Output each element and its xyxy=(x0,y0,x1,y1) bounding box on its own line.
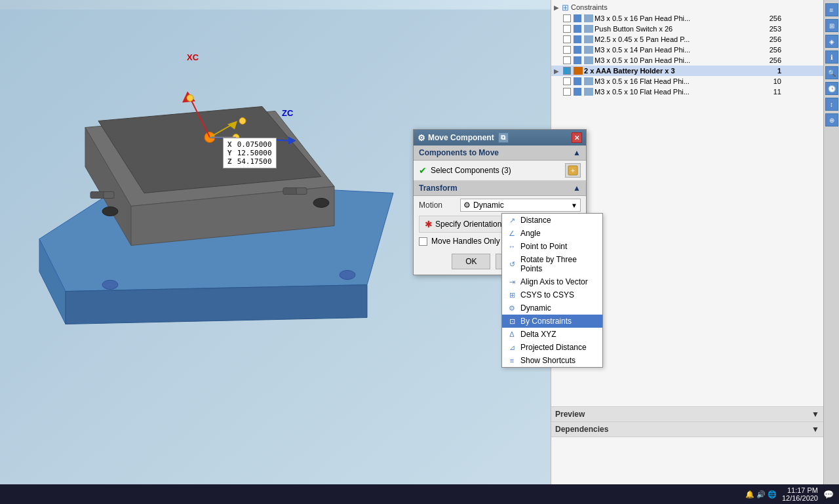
sidebar-icon-5[interactable]: 🔍 xyxy=(825,66,838,79)
preview-header[interactable]: Preview ▼ xyxy=(551,407,823,422)
dropdown-rotate-three[interactable]: ↺ Rotate by Three Points xyxy=(502,253,602,275)
asterisk-icon: ✱ xyxy=(425,219,433,229)
dropdown-by-constraints[interactable]: ⊡ By Constraints xyxy=(502,315,602,328)
dropdown-align-axis[interactable]: ⇥ Align Axis to Vector xyxy=(502,275,602,288)
motion-dropdown[interactable]: ⚙ Dynamic ▼ xyxy=(460,199,581,212)
restore-button[interactable]: ⧉ xyxy=(498,132,509,143)
motion-value: Dynamic xyxy=(473,201,504,210)
tree-item-flat16[interactable]: M3 x 0.5 x 16 Flat Head Phi... 10 xyxy=(551,76,823,87)
select-components-text: Select Components (3) xyxy=(431,166,511,175)
dialog-titlebar: ⚙ Move Component ⧉ ✕ xyxy=(414,130,586,145)
svg-rect-12 xyxy=(90,192,105,199)
tree-item-m3-14[interactable]: M3 x 0.5 x 14 Pan Head Phi... 256 xyxy=(551,45,823,55)
transform-header[interactable]: Transform ▲ xyxy=(414,181,586,196)
dropdown-csys[interactable]: ⊞ CSYS to CSYS xyxy=(502,288,602,301)
svg-rect-15 xyxy=(296,188,307,195)
move-handles-checkbox[interactable] xyxy=(419,237,427,246)
coord-readout: X 0.075000 Y 12.50000 Z 54.17500 xyxy=(223,138,277,168)
dropdown-dynamic[interactable]: ⚙ Dynamic xyxy=(502,301,602,315)
dropdown-arrow: ▼ xyxy=(571,202,577,209)
constraints-icon: ⊡ xyxy=(507,317,517,326)
dropdown-point-to-point[interactable]: ↔ Point to Point xyxy=(502,240,602,253)
components-label: Components to Move xyxy=(419,148,499,157)
svg-text:+: + xyxy=(571,166,575,174)
sidebar-icon-2[interactable]: ⊞ xyxy=(825,19,838,32)
dropdown-distance[interactable]: ↗ Distance xyxy=(502,214,602,227)
svg-point-9 xyxy=(313,199,329,208)
components-section-header[interactable]: Components to Move ▲ xyxy=(414,145,586,161)
angle-icon: ∠ xyxy=(507,229,517,238)
motion-row: Motion ⚙ Dynamic ▼ xyxy=(414,196,586,214)
check-icon: ✔ xyxy=(419,165,427,176)
dropdown-delta-xyz[interactable]: Δ Delta XYZ xyxy=(502,328,602,341)
tree-item-constraints[interactable]: ▶ ⊞ Constraints xyxy=(551,1,823,13)
move-handles-label: Move Handles Only xyxy=(431,237,500,246)
tree-item-flat10[interactable]: M3 x 0.5 x 10 Flat Head Phi... 11 xyxy=(551,87,823,97)
svg-point-24 xyxy=(239,118,246,125)
dropdown-projected[interactable]: ⊿ Projected Distance xyxy=(502,341,602,354)
ok-button[interactable]: OK xyxy=(452,254,490,269)
tree-item-m25[interactable]: M2.5 x 0.45 x 5 Pan Head P... 256 xyxy=(551,34,823,45)
right-sidebar: ≡ ⊞ ◈ ℹ 🔍 🕒 ↕ ⊕ xyxy=(823,0,839,504)
sidebar-icon-8[interactable]: ⊕ xyxy=(825,113,838,126)
point-to-point-icon: ↔ xyxy=(507,242,517,251)
tree-item-m3-16[interactable]: M3 x 0.5 x 16 Pan Head Phi... 256 xyxy=(551,13,823,24)
select-components-row: ✔ Select Components (3) + xyxy=(414,161,586,180)
dependencies-section[interactable]: Dependencies ▼ xyxy=(551,422,823,437)
projected-icon: ⊿ xyxy=(507,343,517,352)
sidebar-icon-6[interactable]: 🕒 xyxy=(825,82,838,95)
tree-item-pushbutton[interactable]: Push Button Switch x 26 253 xyxy=(551,24,823,34)
svg-marker-3 xyxy=(66,285,367,324)
taskbar-time: 11:17 PM 12/16/2020 xyxy=(782,486,818,502)
align-axis-icon: ⇥ xyxy=(507,277,517,286)
close-button[interactable]: ✕ xyxy=(572,132,582,143)
dropdown-shortcuts[interactable]: ≡ Show Shortcuts xyxy=(502,354,602,367)
taskbar-icons: 🔔 🔊 🌐 xyxy=(745,490,777,499)
svg-point-8 xyxy=(102,207,118,216)
distance-icon: ↗ xyxy=(507,216,517,225)
transform-label: Transform xyxy=(419,184,458,193)
rotate-three-icon: ↺ xyxy=(507,260,517,269)
shortcuts-icon: ≡ xyxy=(507,356,517,365)
taskbar-comment-icon[interactable]: 💬 xyxy=(823,490,834,499)
sidebar-icon-4[interactable]: ℹ xyxy=(825,50,838,64)
svg-point-23 xyxy=(187,95,193,102)
dependencies-header[interactable]: Dependencies ▼ xyxy=(551,422,823,437)
taskbar: 🔔 🔊 🌐 11:17 PM 12/16/2020 💬 xyxy=(0,484,839,504)
motion-label: Motion xyxy=(419,201,455,210)
csys-icon: ⊞ xyxy=(507,290,517,300)
tree-item-m3-10[interactable]: M3 x 0.5 x 10 Pan Head Phi... 256 xyxy=(551,55,823,66)
add-components-button[interactable]: + xyxy=(565,163,581,178)
specify-orientation-label: Specify Orientation xyxy=(435,220,501,229)
sidebar-icon-7[interactable]: ↕ xyxy=(825,98,838,111)
tree-item-battery[interactable]: ▶ 2 x AAA Battery Holder x 3 1 xyxy=(551,66,823,76)
svg-point-10 xyxy=(102,281,118,290)
motion-dropdown-menu: ↗ Distance ∠ Angle ↔ Point to Point ↺ Ro… xyxy=(501,213,603,368)
svg-rect-13 xyxy=(104,192,114,199)
sidebar-icon-3[interactable]: ◈ xyxy=(825,35,838,48)
zc-label: ZC xyxy=(282,108,293,118)
svg-rect-14 xyxy=(283,188,298,195)
taskbar-right: 🔔 🔊 🌐 11:17 PM 12/16/2020 💬 xyxy=(745,486,834,502)
preview-section[interactable]: Preview ▼ xyxy=(551,406,823,422)
xc-label: XC xyxy=(187,52,199,62)
delta-xyz-icon: Δ xyxy=(507,330,517,339)
dynamic-icon: ⚙ xyxy=(507,303,517,313)
svg-point-11 xyxy=(340,271,355,280)
dialog-title: Move Component xyxy=(428,133,494,142)
sidebar-icon-1[interactable]: ≡ xyxy=(825,3,838,16)
dropdown-angle[interactable]: ∠ Angle xyxy=(502,227,602,240)
